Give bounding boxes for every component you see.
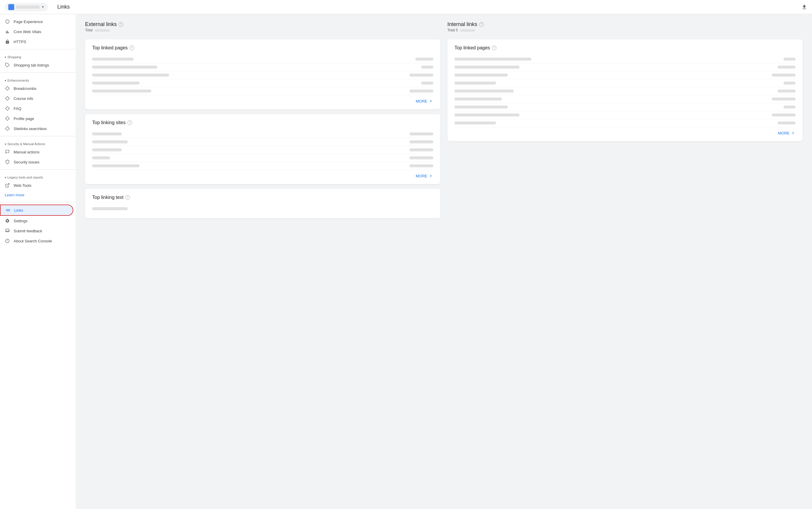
sidebar-item-page-experience[interactable]: Page Experience [0,16,73,27]
diamond-icon-2 [5,96,10,101]
sidebar-item-https[interactable]: HTTPS [0,37,73,47]
skeleton-bar [92,66,157,69]
sidebar-item-core-web-vitals[interactable]: Core Web Vitals [0,27,73,37]
table-row [455,63,796,71]
skeleton-bar [421,66,433,69]
skeleton-bar [410,156,433,159]
sidebar-label-shopping-tab-listings: Shopping tab listings [13,63,49,67]
internal-links-info-icon[interactable]: ? [479,22,484,27]
external-top-linked-pages-more-link[interactable]: MORE [92,95,433,103]
page-title: Links [57,4,70,10]
skeleton-bar [92,164,139,167]
sidebar-item-faq[interactable]: FAQ [0,103,73,113]
sidebar-item-submit-feedback[interactable]: Submit feedback [0,226,73,236]
external-top-linking-sites-more-link[interactable]: MORE [92,170,433,178]
table-row [92,162,433,170]
diamond-icon-5 [5,126,10,131]
section-shopping[interactable]: ▾ Shopping [0,52,76,60]
property-label [16,6,40,8]
more-label: MORE [416,99,427,103]
sidebar-label-links: Links [14,208,23,212]
sidebar-item-about-search-console[interactable]: About Search Console [0,236,73,246]
external-links-title-text: External links [85,21,117,28]
top-linking-text-info-icon[interactable]: ? [125,195,130,200]
skeleton-bar [92,74,169,76]
skeleton-bar [416,58,433,61]
divider-5 [0,202,76,202]
external-top-linking-text-title-text: Top linking text [92,195,123,200]
skeleton-bar [784,81,796,84]
top-linked-pages-info-icon[interactable]: ? [130,45,134,50]
diamond-icon-3 [5,106,10,111]
svg-marker-5 [5,116,9,120]
external-links-title: External links ? [85,21,440,28]
layout: Page Experience Core Web Vitals HTTPS ▾ … [0,14,812,509]
sidebar-item-settings[interactable]: Settings [0,216,73,226]
skeleton-bar [784,58,796,61]
external-links-total-value [95,29,110,32]
skeleton-bar [92,207,128,210]
skeleton-bar [92,81,139,84]
external-top-linking-text-card: Top linking text ? [85,189,440,218]
collapse-icon-enhancements: ▾ [5,79,6,82]
sidebar-item-profile-page[interactable]: Profile page [0,113,73,124]
skeleton-bar [92,132,122,135]
svg-marker-2 [5,86,9,90]
table-row [92,63,433,71]
columns-wrapper: External links ? Total Top linked pages … [85,21,803,218]
internal-links-subtitle: Total 5 [447,28,803,32]
sidebar-item-web-tools[interactable]: Web Tools [0,180,73,190]
collapse-icon-security: ▾ [5,142,6,146]
svg-marker-4 [5,106,9,110]
about-icon [5,238,10,244]
table-row [455,111,796,119]
table-row [92,79,433,87]
table-row [92,55,433,63]
external-links-info-icon[interactable]: ? [118,22,123,27]
divider-1 [0,49,76,49]
section-enhancements[interactable]: ▾ Enhancements [0,75,76,83]
table-row [455,71,796,79]
internal-links-title-text: Internal links [447,21,477,28]
external-top-linking-sites-card: Top linking sites ? [85,114,440,184]
internal-top-linked-pages-more-link[interactable]: MORE [455,127,796,135]
section-security[interactable]: ▾ Security & Manual Actions [0,139,76,147]
external-top-linked-pages-title-text: Top linked pages [92,45,128,50]
sidebar-item-shopping-tab-listings[interactable]: Shopping tab listings [0,60,73,70]
external-links-column: External links ? Total Top linked pages … [85,21,440,218]
table-row [455,87,796,95]
sidebar-label-manual-actions: Manual actions [13,150,39,154]
table-row [455,55,796,63]
download-button[interactable] [801,4,807,10]
skeleton-bar [421,81,433,84]
learn-more-link[interactable]: Learn more [0,190,76,200]
property-selector[interactable]: ▼ [5,3,48,11]
table-row [92,146,433,154]
sidebar-item-security-issues[interactable]: Security issues [0,157,73,167]
skeleton-bar [410,74,433,76]
sidebar-item-breadcrumbs[interactable]: Breadcrumbs [0,83,73,93]
internal-top-linked-pages-info-icon[interactable]: ? [492,45,496,50]
sidebar-item-links[interactable]: Links [0,205,73,216]
table-row [92,130,433,138]
feedback-icon [5,228,10,234]
sidebar-item-sitelinks-searchbox[interactable]: Sitelinks searchbox [0,124,73,134]
table-row [92,138,433,146]
section-label-shopping: Shopping [7,55,21,59]
sidebar-label-submit-feedback: Submit feedback [13,229,42,233]
table-row [92,205,433,212]
external-links-total-text: Total [85,28,93,32]
top-linking-sites-info-icon[interactable]: ? [127,120,132,125]
internal-links-total-value [460,29,475,32]
table-row [92,87,433,95]
skeleton-bar [410,140,433,143]
sidebar-item-manual-actions[interactable]: Manual actions [0,147,73,157]
skeleton-bar [92,156,110,159]
chevron-down-icon: ▼ [41,5,44,8]
sidebar-label-web-tools: Web Tools [13,183,31,188]
skeleton-bar [410,132,433,135]
gear-icon [5,218,10,224]
sidebar-label-settings: Settings [13,219,28,223]
section-legacy[interactable]: ▾ Legacy tools and reports [0,172,76,180]
sidebar-item-course-info[interactable]: Course info [0,93,73,103]
